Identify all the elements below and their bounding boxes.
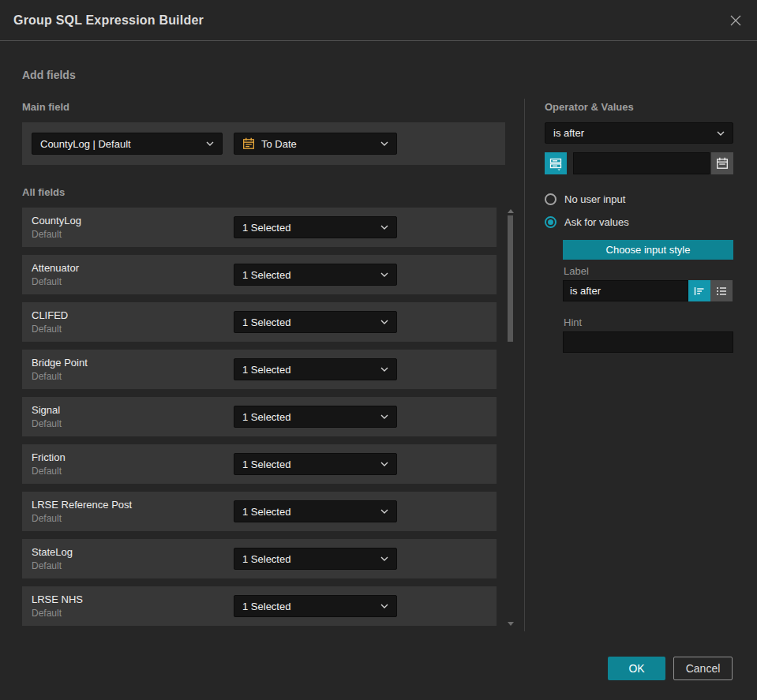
operator-select[interactable]: is after	[545, 122, 733, 144]
field-selection-dropdown[interactable]: 1 Selected	[234, 358, 397, 380]
field-selection-value: 1 Selected	[242, 553, 374, 565]
chevron-down-icon	[717, 131, 725, 136]
label-label: Label	[564, 265, 589, 277]
field-selection-value: 1 Selected	[242, 222, 374, 234]
field-row: Bridge Point Default 1 Selected	[22, 350, 497, 389]
chevron-down-icon	[380, 367, 388, 372]
scroll-up-arrow-icon[interactable]	[508, 209, 514, 213]
field-selection-value: 1 Selected	[242, 411, 374, 423]
field-row: LRSE Reference Post Default 1 Selected	[22, 492, 497, 531]
field-selection-value: 1 Selected	[242, 506, 374, 518]
radio-no-user-input-label: No user input	[564, 193, 625, 205]
all-fields-heading: All fields	[22, 186, 65, 198]
field-row: CountyLog Default 1 Selected	[22, 208, 497, 247]
field-selection-dropdown[interactable]: 1 Selected	[234, 453, 397, 475]
main-field-select[interactable]: CountyLog | Default	[32, 133, 223, 155]
dialog-header: Group SQL Expression Builder	[0, 0, 757, 41]
chevron-down-icon	[380, 462, 388, 466]
chevron-down-icon	[380, 272, 388, 277]
choose-input-style-button[interactable]: Choose input style	[563, 240, 733, 260]
list-input-style-button[interactable]	[710, 280, 733, 301]
group-sql-expression-builder-dialog: Group SQL Expression Builder Add fields …	[0, 0, 757, 700]
field-selection-value: 1 Selected	[242, 601, 374, 612]
field-selection-value: 1 Selected	[242, 269, 374, 281]
field-selection-dropdown[interactable]: 1 Selected	[234, 311, 397, 333]
text-input-style-button[interactable]	[688, 280, 710, 301]
field-row: LRSE NHS Default 1 Selected	[22, 586, 497, 626]
cancel-button[interactable]: Cancel	[673, 657, 733, 680]
main-field-heading: Main field	[22, 101, 69, 113]
chevron-down-icon	[380, 141, 388, 146]
field-selection-dropdown[interactable]: 1 Selected	[234, 500, 397, 522]
field-selection-dropdown[interactable]: 1 Selected	[234, 548, 397, 570]
field-selection-dropdown[interactable]: 1 Selected	[234, 406, 397, 428]
radio-unselected-icon[interactable]	[545, 193, 557, 205]
chevron-down-icon	[380, 225, 388, 230]
field-selection-value: 1 Selected	[242, 364, 374, 376]
input-style-toggle	[688, 280, 733, 301]
field-row: StateLog Default 1 Selected	[22, 539, 497, 578]
radio-no-user-input[interactable]: No user input	[545, 193, 625, 205]
chevron-down-icon	[206, 141, 214, 146]
operator-values-heading: Operator & Values	[545, 101, 634, 113]
chevron-down-icon	[380, 509, 388, 514]
field-row: Attenuator Default 1 Selected	[22, 255, 497, 294]
radio-selected-icon[interactable]	[545, 216, 557, 228]
field-row: Friction Default 1 Selected	[22, 444, 497, 484]
field-selection-dropdown[interactable]: 1 Selected	[234, 264, 397, 286]
chevron-down-icon	[380, 556, 388, 561]
add-fields-heading: Add fields	[22, 69, 76, 81]
radio-ask-for-values-label: Ask for values	[564, 216, 629, 228]
close-icon[interactable]	[728, 13, 744, 28]
dialog-title: Group SQL Expression Builder	[13, 13, 204, 28]
field-selection-dropdown[interactable]: 1 Selected	[234, 595, 397, 617]
ok-button[interactable]: OK	[608, 657, 665, 680]
date-picker-button[interactable]	[711, 152, 733, 174]
scrollbar-thumb[interactable]	[508, 215, 513, 342]
value-input[interactable]	[573, 152, 710, 174]
main-field-select-value: CountyLog | Default	[40, 138, 200, 150]
label-input[interactable]	[563, 280, 688, 301]
main-field-date-select[interactable]: To Date	[234, 133, 397, 155]
chevron-down-icon	[380, 320, 388, 324]
radio-ask-for-values[interactable]: Ask for values	[545, 216, 629, 228]
chevron-down-icon	[380, 604, 388, 608]
value-input-row	[545, 152, 733, 174]
main-field-date-select-value: To Date	[261, 138, 374, 150]
operator-select-value: is after	[553, 127, 710, 139]
main-field-panel: CountyLog | Default To Date	[22, 122, 505, 165]
unique-values-button[interactable]	[545, 152, 567, 174]
field-row: Signal Default 1 Selected	[22, 397, 497, 436]
all-fields-list: CountyLog Default 1 Selected Attenuator …	[22, 208, 497, 634]
list-scrollbar[interactable]	[507, 208, 514, 627]
field-selection-value: 1 Selected	[242, 459, 374, 470]
scroll-down-arrow-icon[interactable]	[508, 622, 514, 626]
field-row: CLIFED Default 1 Selected	[22, 302, 497, 342]
field-selection-dropdown[interactable]: 1 Selected	[234, 216, 397, 238]
calendar-icon	[242, 137, 255, 150]
hint-label: Hint	[564, 316, 582, 328]
field-selection-value: 1 Selected	[242, 316, 374, 328]
panel-divider	[524, 99, 525, 631]
chevron-down-icon	[380, 414, 388, 419]
hint-input[interactable]	[563, 331, 733, 353]
